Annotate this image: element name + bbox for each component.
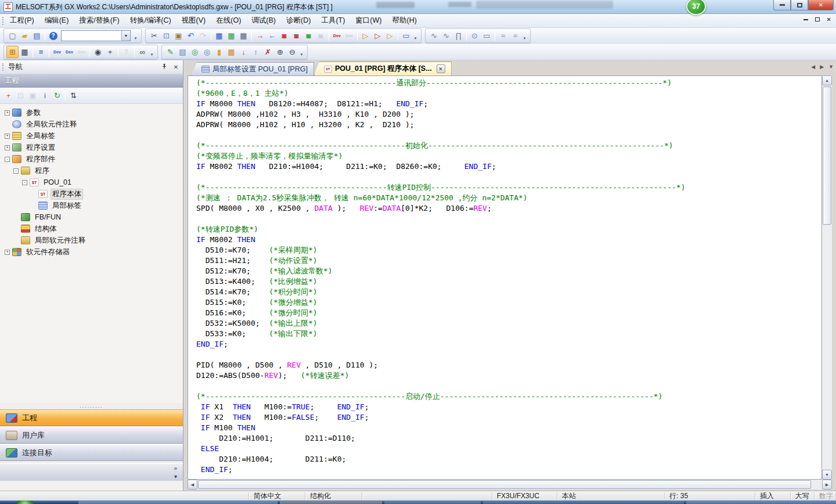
close-panel-icon[interactable]: ✕ (171, 63, 181, 72)
vertical-scrollbar[interactable]: ▲ ▼ (822, 75, 832, 480)
sampling-trace-icon[interactable]: ∿ (428, 30, 440, 42)
pin-icon[interactable] (160, 63, 169, 72)
mdi-minimize-button[interactable] (803, 19, 808, 20)
module-configuration-icon[interactable]: ▦ (19, 46, 31, 58)
mdi-restore-button[interactable] (815, 17, 820, 21)
tree-item-program-body[interactable]: ST程序本体 (0, 188, 183, 200)
project-tree-toggle-icon[interactable]: ⊞ (6, 46, 19, 58)
taskbar-button[interactable] (78, 501, 278, 504)
copy-icon[interactable]: ⊡ (160, 30, 172, 42)
scroll-down-icon[interactable]: ▼ (822, 470, 832, 480)
tree-item-pou[interactable]: -程序部件 (0, 153, 183, 165)
tree-item-parameter[interactable]: +参数 (0, 107, 183, 118)
toolbar-overflow-icon[interactable]: ▾ (132, 30, 139, 42)
start-orb[interactable] (16, 501, 34, 504)
edit-mode-icon[interactable]: ✎ (164, 46, 176, 58)
save-icon[interactable]: ▤ (31, 30, 43, 42)
taskbar-button[interactable] (280, 501, 382, 504)
device-display-icon[interactable]: ▦ (213, 30, 225, 42)
new-file-icon[interactable]: ▢ (6, 30, 19, 42)
tab-program-body[interactable]: STPOU_01 [PRG] 程序本体 [S...✕ (314, 62, 452, 75)
write-to-plc-icon[interactable]: → (254, 30, 266, 42)
tree-item-program[interactable]: -程序 (0, 165, 183, 177)
monitor-condition-icon[interactable]: ▭ (481, 30, 493, 42)
menu-item-1[interactable]: 编辑(E) (39, 14, 74, 27)
parameter-write-icon[interactable]: ▷ (359, 30, 372, 42)
menu-item-2[interactable]: 搜索/替换(F) (74, 14, 124, 27)
toolbar-overflow-icon[interactable]: ▾ (521, 30, 528, 42)
chevron-expand-icon[interactable]: » (174, 466, 177, 471)
tab-scroll-right-icon[interactable]: ▶ (820, 64, 824, 70)
read-mode-icon[interactable]: ▤ (176, 46, 189, 58)
toolbar-overflow-icon[interactable]: ▾ (412, 30, 419, 42)
il-edit-icon[interactable]: ▦ (225, 46, 237, 58)
tree-item-fb-fun[interactable]: FB/FUN (0, 211, 183, 223)
device-test-icon[interactable]: ▮ (213, 46, 225, 58)
tree-item-program-setting[interactable]: +程序设置 (0, 142, 183, 153)
menu-item-7[interactable]: 诊断(D) (281, 14, 316, 27)
menu-item-5[interactable]: 在线(O) (211, 14, 246, 27)
collapse-icon[interactable]: - (13, 168, 19, 174)
device-display-format-icon[interactable]: ◉ (92, 46, 104, 58)
tree-item-local-label[interactable]: 局部标签 (0, 200, 183, 211)
tree-item-device-memory[interactable]: +软元件存储器 (0, 246, 183, 258)
find-contact-icon[interactable]: ◎ (189, 46, 201, 58)
menu-item-10[interactable]: 帮助(H) (387, 14, 421, 27)
tab-scroll-left-icon[interactable]: ◀ (811, 64, 815, 70)
tab-list-icon[interactable]: ▼ (828, 64, 834, 70)
paste-icon[interactable]: ▣ (172, 30, 185, 42)
restore-button[interactable] (791, 0, 808, 10)
nav-button-connection-destination[interactable]: 连接目标 (0, 444, 183, 461)
menu-item-4[interactable]: 视图(V) (176, 14, 211, 27)
close-button[interactable]: ✕ (808, 0, 834, 10)
delete-row-icon[interactable]: ↑ (250, 46, 262, 58)
nav-button-project[interactable]: 工程 (0, 409, 183, 426)
taskbar-button[interactable] (686, 501, 836, 504)
parameter-read-icon[interactable]: ▷ (384, 30, 396, 42)
monitor-mode-icon[interactable]: ▦ (225, 30, 237, 42)
monitor-read-icon[interactable]: ◙ (302, 30, 315, 42)
vertical-scroll-thumb[interactable] (823, 87, 831, 225)
taskbar-button[interactable] (384, 501, 481, 504)
undo-icon[interactable]: ↶ (185, 30, 197, 42)
step-run-icon[interactable]: ∏ (452, 30, 464, 42)
expand-icon[interactable]: + (5, 145, 10, 150)
menu-item-0[interactable]: 工程(P) (5, 14, 39, 27)
scroll-right-icon[interactable]: ▶ (822, 480, 832, 489)
open-file-icon[interactable]: ▰ (19, 30, 31, 42)
horizontal-scroll-thumb[interactable] (198, 480, 811, 489)
tab-local-label-setting[interactable]: 局部标签设置 POU_01 [PRG] (192, 62, 314, 75)
help-icon[interactable]: ? (47, 30, 59, 42)
cut-icon[interactable]: ✂ (148, 30, 160, 42)
alarm-graph-icon[interactable]: ≈ (509, 30, 521, 42)
refresh-icon[interactable]: ↻ (51, 89, 63, 102)
menu-item-3[interactable]: 转换/编译(C) (125, 14, 176, 27)
sampling-trace-setting-icon[interactable]: ∿ (440, 30, 452, 42)
verify-with-plc-icon[interactable]: ◙ (278, 30, 290, 42)
new-data-icon[interactable]: + (2, 89, 15, 102)
find-coil-icon[interactable]: ◎ (201, 46, 213, 58)
device-batch-monitor-icon[interactable]: Dev (331, 30, 343, 42)
zoom-in-icon[interactable]: ⊕ (274, 46, 286, 58)
st-code-editor[interactable]: (*--------------------------------------… (188, 75, 822, 480)
monitor-write-icon[interactable]: ◙ (290, 30, 302, 42)
menu-item-9[interactable]: 窗口(W) (350, 14, 387, 27)
menu-item-6[interactable]: 调试(B) (246, 14, 281, 27)
horizontal-scrollbar[interactable]: ◀ ▶ (188, 480, 832, 489)
expand-icon[interactable]: + (5, 250, 10, 255)
parameter-verify-icon[interactable]: ▷ (372, 30, 384, 42)
expand-icon[interactable]: + (5, 134, 10, 139)
tree-item-structured-data-types[interactable]: 结构体 (0, 223, 183, 235)
device-label-icon[interactable]: Dev (63, 46, 75, 58)
trend-graph-icon[interactable]: ≈ (497, 30, 509, 42)
entry-monitor-icon[interactable]: ▦ (237, 30, 250, 42)
tree-item-pou-01[interactable]: -STPOU_01 (0, 177, 183, 188)
panel-splitter[interactable]: ......... (0, 403, 183, 409)
toolbar-overflow-icon[interactable]: ▾ (298, 46, 305, 58)
tree-item-local-device-comment[interactable]: 局部软元件注释 (0, 235, 183, 246)
tab-close-icon[interactable]: ✕ (437, 64, 445, 73)
read-from-plc-icon[interactable]: ← (266, 30, 278, 42)
combobox-arrow-icon[interactable]: ▼ (121, 31, 130, 41)
scroll-up-icon[interactable]: ▲ (822, 75, 832, 85)
collapse-icon[interactable]: - (22, 180, 27, 185)
